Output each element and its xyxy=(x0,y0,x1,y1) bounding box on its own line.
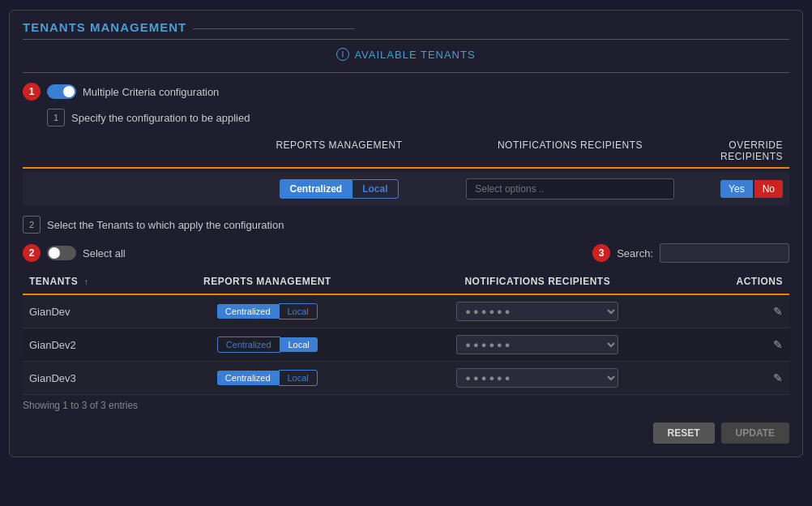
notifications-select[interactable]: ● ● ● ● ● ● xyxy=(456,368,618,388)
search-label: Search: xyxy=(617,247,653,259)
tenant-actions: ✎ xyxy=(687,362,789,395)
table-header-row: Tenants ↑ Reports Management Notificatio… xyxy=(23,269,789,294)
col-reports-label: Reports Management xyxy=(224,139,455,162)
tenant-actions: ✎ xyxy=(687,294,789,328)
step2-sub-badge: 2 xyxy=(23,216,41,234)
step1-sub-badge: 1 xyxy=(47,109,65,126)
step1-circle-badge: 1 xyxy=(23,83,41,101)
th-tenants: Tenants ↑ xyxy=(23,269,147,294)
select-options-input[interactable] xyxy=(466,178,674,199)
notifications-select[interactable]: ● ● ● ● ● ● xyxy=(456,335,618,354)
tenant-name: GianDev2 xyxy=(23,328,147,362)
col-notifications-label: Notifications Recipients xyxy=(455,139,686,162)
col-empty xyxy=(29,139,224,162)
multiple-criteria-toggle[interactable] xyxy=(47,84,76,99)
no-button[interactable]: No xyxy=(754,180,783,198)
page-title: Tenants Management xyxy=(23,20,789,40)
col-override-label: Override Recipients xyxy=(686,139,783,162)
config-row: Centralized Local Yes No xyxy=(23,172,789,206)
select-all-toggle[interactable] xyxy=(47,246,76,260)
notifications-select-wrapper xyxy=(455,178,686,199)
step2-circle-badge: 2 xyxy=(23,244,41,262)
row-local-btn[interactable]: Local xyxy=(279,303,318,319)
row-centralized-btn[interactable]: Centralized xyxy=(217,371,279,385)
main-container: Tenants Management i Available Tenants 1… xyxy=(9,10,803,457)
tenant-name: GianDev3 xyxy=(23,362,147,395)
tenant-name: GianDev xyxy=(23,294,147,328)
edit-icon[interactable]: ✎ xyxy=(773,371,783,384)
yes-button[interactable]: Yes xyxy=(720,180,753,198)
info-icon: i xyxy=(336,48,349,61)
tenant-reports: CentralizedLocal xyxy=(147,328,387,362)
sort-icon: ↑ xyxy=(84,277,89,286)
step1-sub-row: 1 Specify the configuration to be applie… xyxy=(47,109,789,126)
reset-button[interactable]: Reset xyxy=(653,422,715,444)
tenants-tbody: GianDevCentralizedLocal● ● ● ● ● ●✎GianD… xyxy=(23,294,789,395)
row-centralized-btn[interactable]: Centralized xyxy=(217,304,279,319)
search-input[interactable] xyxy=(660,243,789,263)
table-row: GianDev2CentralizedLocal● ● ● ● ● ●✎ xyxy=(23,328,789,362)
table-row: GianDevCentralizedLocal● ● ● ● ● ●✎ xyxy=(23,294,789,328)
th-actions: Actions xyxy=(687,269,789,294)
tenant-notifications: ● ● ● ● ● ● xyxy=(387,294,687,328)
row-local-btn[interactable]: Local xyxy=(280,337,318,352)
th-reports: Reports Management xyxy=(147,269,387,294)
centralized-button[interactable]: Centralized xyxy=(280,179,352,199)
edit-icon[interactable]: ✎ xyxy=(773,305,783,318)
reports-btn-group: Centralized Local xyxy=(224,179,455,199)
step2-row: 2 Select the Tenants to which apply the … xyxy=(23,216,789,234)
step1-sub-text: Specify the configuration to be applied xyxy=(71,112,250,124)
step1-label: Multiple Criteria configuration xyxy=(83,86,219,98)
step2-controls-left: 2 Select all xyxy=(23,244,126,262)
section-title: Available Tenants xyxy=(354,49,475,61)
step2-left: 2 Select the Tenants to which apply the … xyxy=(23,216,284,234)
config-table-header: Reports Management Notifications Recipie… xyxy=(23,135,789,169)
step2-controls-row: 2 Select all 3 Search: xyxy=(23,243,789,263)
divider-top xyxy=(23,72,789,73)
row-centralized-btn[interactable]: Centralized xyxy=(217,337,280,353)
search-circle-badge: 3 xyxy=(592,244,610,262)
step2-sub-text: Select the Tenants to which apply the co… xyxy=(47,219,284,231)
select-all-label: Select all xyxy=(83,247,126,259)
update-button[interactable]: Update xyxy=(721,422,789,444)
edit-icon[interactable]: ✎ xyxy=(773,338,783,351)
table-row: GianDev3CentralizedLocal● ● ● ● ● ●✎ xyxy=(23,362,789,395)
step2-sub-row: 2 Select the Tenants to which apply the … xyxy=(23,216,284,234)
tenant-notifications: ● ● ● ● ● ● xyxy=(387,328,687,362)
tenant-reports: CentralizedLocal xyxy=(147,294,387,328)
local-button[interactable]: Local xyxy=(352,179,398,199)
row-local-btn[interactable]: Local xyxy=(279,370,318,386)
step2-controls-right: 3 Search: xyxy=(592,243,789,263)
notifications-select[interactable]: ● ● ● ● ● ● xyxy=(456,302,618,321)
yes-no-group: Yes No xyxy=(686,180,783,198)
tenant-actions: ✎ xyxy=(687,328,789,362)
showing-text: Showing 1 to 3 of 3 entries xyxy=(23,400,789,411)
th-notifications: Notifications Recipients xyxy=(387,269,687,294)
footer-row: Reset Update xyxy=(23,422,789,444)
section-header: i Available Tenants xyxy=(23,48,789,61)
tenant-notifications: ● ● ● ● ● ● xyxy=(387,362,687,395)
tenant-reports: CentralizedLocal xyxy=(147,362,387,395)
step1-row: 1 Multiple Criteria configuration xyxy=(23,83,789,101)
tenants-table: Tenants ↑ Reports Management Notificatio… xyxy=(23,269,789,395)
